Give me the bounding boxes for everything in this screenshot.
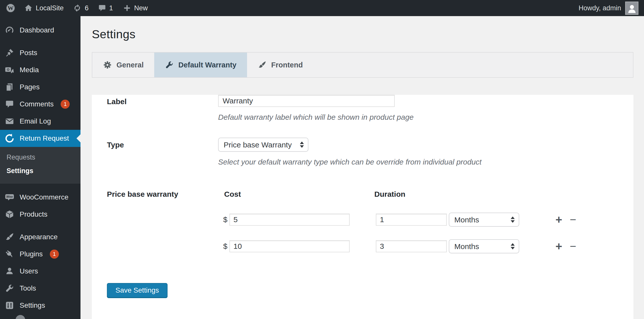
duration-input[interactable] — [376, 240, 447, 252]
comments-indicator[interactable]: 1 — [98, 4, 113, 12]
products-icon — [5, 209, 15, 219]
sidebar-item-media[interactable]: Media — [0, 61, 80, 78]
sidebar-item-comments[interactable]: Comments 1 — [0, 96, 80, 113]
sidebar-item-posts[interactable]: Posts — [0, 44, 80, 61]
tab-label: Frontend — [271, 61, 303, 69]
users-icon — [5, 266, 15, 276]
sidebar-item-return-request[interactable]: Return Request — [0, 130, 80, 147]
appearance-icon — [5, 232, 15, 242]
sidebar-item-users[interactable]: Users — [0, 263, 80, 280]
sidebar-item-label: Tools — [20, 284, 36, 292]
sidebar-item-label: Comments — [20, 100, 54, 108]
duration-unit-select[interactable]: Months — [449, 239, 519, 253]
tab-label: General — [116, 61, 144, 69]
main-content: Settings General Default Warranty Fronte… — [80, 16, 644, 319]
submenu-item-requests[interactable]: Requests — [0, 150, 80, 164]
remove-row-button[interactable]: − — [570, 214, 576, 225]
comment-count: 1 — [109, 4, 113, 12]
comment-icon — [98, 4, 106, 12]
currency-symbol: $ — [218, 242, 229, 251]
dashboard-icon — [5, 25, 15, 35]
site-link[interactable]: LocalSite — [24, 4, 64, 12]
svg-text:W: W — [8, 5, 14, 11]
sidebar-item-dashboard[interactable]: Dashboard — [0, 22, 80, 39]
plugins-badge: 1 — [50, 250, 59, 259]
media-icon — [5, 65, 15, 75]
update-icon — [73, 4, 82, 13]
sidebar-item-email-log[interactable]: Email Log — [0, 113, 80, 130]
plus-icon — [123, 4, 131, 12]
sidebar-item-label: Return Request — [20, 134, 69, 142]
price-base-warranty-label: Price base warranty — [107, 190, 218, 253]
comments-badge: 1 — [61, 100, 70, 109]
save-settings-button[interactable]: Save Settings — [107, 283, 168, 298]
menu-separator — [0, 39, 80, 44]
sidebar-item-plugins[interactable]: Plugins 1 — [0, 246, 80, 263]
currency-symbol: $ — [218, 215, 229, 224]
howdy-text[interactable]: Howdy, admin — [579, 4, 621, 12]
sidebar-item-label: Settings — [20, 301, 45, 309]
updates-indicator[interactable]: 6 — [73, 4, 89, 13]
tab-default-warranty[interactable]: Default Warranty — [154, 53, 247, 77]
sidebar-item-label: Products — [20, 210, 48, 218]
submenu-item-settings[interactable]: Settings — [0, 164, 80, 178]
label-help-text: Default warranty label which will be sho… — [218, 113, 414, 122]
menu-separator — [0, 223, 80, 228]
tab-content: Label Default warranty label which will … — [92, 95, 633, 319]
warranty-label-input[interactable] — [218, 95, 395, 107]
avatar-person-icon — [626, 2, 638, 14]
plugins-icon — [5, 249, 15, 259]
sidebar-item-label: Plugins — [20, 250, 43, 258]
sidebar-item-label: Dashboard — [20, 26, 54, 34]
wordpress-logo-icon: W — [6, 3, 16, 13]
admin-menu: Dashboard Posts Media Pages Comments — [0, 16, 80, 314]
svg-text:Woo: Woo — [6, 195, 13, 198]
return-arrow-icon — [5, 133, 15, 143]
remove-row-button[interactable]: − — [570, 241, 576, 252]
settings-icon — [5, 300, 15, 310]
update-count: 6 — [85, 4, 89, 12]
pages-icon — [5, 82, 15, 92]
page-title: Settings — [92, 27, 644, 41]
warranty-type-select[interactable]: Price base Warranty — [218, 138, 308, 152]
sidebar-item-label: Appearance — [20, 233, 58, 241]
duration-unit-select[interactable]: Months — [449, 213, 519, 227]
woocommerce-icon: Woo — [5, 192, 15, 202]
duration-header: Duration — [374, 190, 405, 198]
sidebar-item-pages[interactable]: Pages — [0, 78, 80, 96]
pushpin-icon — [5, 48, 15, 58]
new-content-button[interactable]: New — [123, 4, 148, 12]
sidebar-item-woocommerce[interactable]: Woo WooCommerce — [0, 189, 80, 206]
sidebar-item-label: Pages — [20, 83, 39, 91]
avatar[interactable] — [625, 2, 638, 15]
sidebar-item-products[interactable]: Products — [0, 206, 80, 223]
add-row-button[interactable]: + — [555, 241, 562, 252]
new-label: New — [134, 4, 148, 12]
comments-icon — [5, 99, 15, 109]
warranty-row: $ Months + − — [218, 213, 576, 227]
settings-panel: General Default Warranty Frontend Label — [92, 52, 633, 319]
add-row-button[interactable]: + — [555, 214, 562, 225]
return-request-submenu: Requests Settings — [0, 147, 80, 184]
sidebar-item-appearance[interactable]: Appearance — [0, 228, 80, 246]
sidebar: Dashboard Posts Media Pages Comments — [0, 16, 80, 319]
wordpress-menu-button[interactable]: W — [6, 3, 16, 13]
cost-input[interactable] — [229, 240, 350, 252]
sidebar-item-settings[interactable]: Settings — [0, 297, 80, 314]
cost-header: Cost — [224, 190, 241, 198]
sidebar-item-tools[interactable]: Tools — [0, 280, 80, 297]
tab-general[interactable]: General — [92, 53, 154, 77]
duration-input[interactable] — [376, 214, 447, 226]
cost-input[interactable] — [229, 214, 350, 226]
tab-label: Default Warranty — [178, 61, 236, 69]
label-field-label: Label — [107, 95, 218, 122]
site-name: LocalSite — [36, 4, 64, 12]
sidebar-item-label: Media — [20, 66, 39, 74]
admin-bar: W LocalSite 6 1 New Ho — [0, 0, 644, 16]
warranty-row: $ Months + − — [218, 239, 576, 253]
tab-bar: General Default Warranty Frontend — [92, 52, 633, 78]
email-icon — [5, 116, 15, 126]
collapse-menu-icon[interactable] — [16, 315, 25, 319]
sidebar-item-label: Posts — [20, 49, 37, 57]
tab-frontend[interactable]: Frontend — [247, 53, 313, 77]
